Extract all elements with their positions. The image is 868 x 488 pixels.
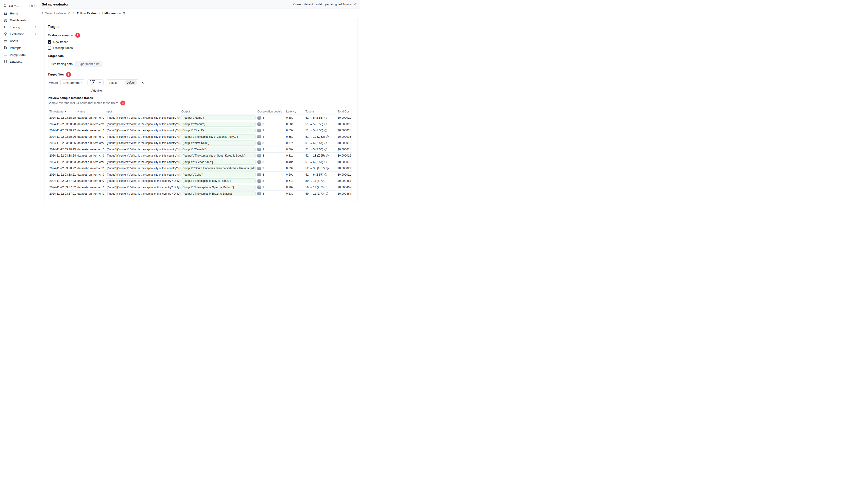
info-icon[interactable]	[326, 167, 329, 170]
table-row[interactable]: 2024-11-22 03:37:03 dataset-run-item-cm3…	[48, 178, 351, 184]
observation-level-icon: i	[257, 160, 261, 164]
col-header-output[interactable]: Output	[180, 110, 256, 113]
sidebar-item-playground[interactable]: Playground	[0, 51, 40, 58]
cell-output[interactable]: {"output":"The capital of Spain is Madri…	[181, 185, 255, 190]
col-header-tokens[interactable]: Tokens	[304, 110, 336, 113]
cell-output[interactable]: {"output":"South Africa has three capita…	[181, 166, 255, 171]
cell-output[interactable]: {"output":"The capital of Brazil is Bras…	[181, 191, 255, 196]
info-icon[interactable]	[324, 129, 327, 132]
sidebar-item-dashboards[interactable]: Dashboards	[0, 17, 40, 24]
cell-name: dataset-run-item-cm3s4	[76, 116, 104, 119]
observation-count: 3	[262, 135, 264, 138]
chevron-down-icon	[99, 81, 101, 84]
cell-input[interactable]: {"input":[{"content":"What is the capita…	[105, 166, 180, 171]
cell-output[interactable]: {"output":"New Delhi"}	[181, 140, 255, 145]
table-row[interactable]: 2024-11-22 03:38:24 dataset-run-item-cm3…	[48, 153, 351, 159]
edit-pencil-icon[interactable]	[353, 2, 357, 6]
remove-filter-icon[interactable]: ✕	[141, 81, 144, 84]
table-row[interactable]: 2024-11-22 03:38:21 dataset-run-item-cm3…	[48, 172, 351, 178]
sidebar-item-tracing[interactable]: Tracing	[0, 24, 40, 31]
sidebar-item-datasets[interactable]: Datasets	[0, 58, 40, 65]
cell-output[interactable]: {"output":"The capital city of South Kor…	[181, 153, 255, 158]
sidebar-item-evaluation[interactable]: Evaluation	[0, 31, 40, 37]
cell-input[interactable]: {"input":[{"content":"What is the capita…	[105, 191, 180, 196]
col-header-total-cost[interactable]: Total Cost	[336, 110, 351, 113]
cell-input[interactable]: {"input":[{"content":"What is the capita…	[105, 122, 180, 127]
breadcrumb-step-1[interactable]: 1. Select Evaluator ✓	[42, 11, 70, 15]
info-icon[interactable]	[324, 160, 327, 163]
cell-tokens: 51 → 5 (Σ 56)	[305, 116, 323, 119]
table-row[interactable]: 2024-11-22 03:37:01 dataset-run-item-cm3…	[48, 191, 351, 197]
step-badge-2: 2	[66, 72, 71, 77]
tab-experiment-runs[interactable]: Experiment runs	[75, 61, 102, 67]
goto-search[interactable]: Go to... ⌘ K	[2, 3, 38, 8]
info-icon[interactable]	[324, 123, 327, 126]
filter-value-select[interactable]: Select default	[106, 79, 139, 86]
table-row[interactable]: 2024-11-22 03:38:28 dataset-run-item-cm3…	[48, 121, 351, 128]
chevron-down-icon	[118, 81, 121, 84]
info-icon[interactable]	[326, 186, 329, 189]
cell-input[interactable]: {"input":[{"content":"What is the capita…	[105, 185, 180, 190]
cell-input[interactable]: {"input":[{"content":"What is the capita…	[105, 147, 180, 152]
checkbox-checked-icon[interactable]	[48, 40, 51, 43]
cell-latency: 0.65s	[285, 135, 304, 138]
cell-output[interactable]: {"output":"Canada"}	[181, 147, 255, 152]
cell-output[interactable]: {"output":"The capital city of Japan is …	[181, 134, 255, 139]
table-row[interactable]: 2024-11-22 03:38:26 dataset-run-item-cm3…	[48, 134, 351, 140]
table-row[interactable]: 2024-11-22 03:37:02 dataset-run-item-cm3…	[48, 184, 351, 191]
cell-input[interactable]: {"input":[{"content":"What is the capita…	[105, 128, 180, 133]
breadcrumb-step-2[interactable]: 2. Run Evaluator: Hallucination	[77, 11, 126, 15]
cell-output[interactable]: {"output":"Brazil"}	[181, 128, 255, 133]
cell-input[interactable]: {"input":[{"content":"What is the capita…	[105, 178, 180, 184]
cell-output[interactable]: {"output":"Rome"}	[181, 115, 255, 120]
table-row[interactable]: 2024-11-22 03:38:25 dataset-run-item-cm3…	[48, 147, 351, 153]
cell-output[interactable]: {"output":"The capital of Italy is Rome.…	[181, 178, 255, 184]
col-header-timestamp[interactable]: Timestamp ▼	[48, 110, 76, 113]
col-header-input[interactable]: Input	[104, 110, 180, 113]
info-icon[interactable]	[324, 173, 327, 176]
cell-output[interactable]: {"output":"Cairo"}	[181, 172, 255, 177]
checkbox-unchecked-icon[interactable]	[48, 46, 51, 50]
info-icon[interactable]	[324, 117, 327, 119]
info-icon[interactable]	[326, 154, 329, 157]
col-header-observation-levels[interactable]: Observation Levels	[256, 110, 285, 113]
col-header-latency[interactable]: Latency	[285, 110, 304, 113]
cell-timestamp: 2024-11-22 03:38:22	[48, 167, 76, 170]
checkbox-new-traces[interactable]: New traces	[48, 40, 352, 43]
table-row[interactable]: 2024-11-22 03:38:28 dataset-run-item-cm3…	[48, 115, 351, 121]
info-icon[interactable]	[326, 135, 329, 138]
sidebar-item-prompts[interactable]: Prompts	[0, 44, 40, 51]
cell-input[interactable]: {"input":[{"content":"What is the capita…	[105, 115, 180, 120]
breadcrumb-step-2-label: 2. Run Evaluator: Hallucination	[77, 11, 121, 15]
info-icon[interactable]	[326, 180, 329, 183]
cell-tokens: 51 → 5 (Σ 56)	[305, 148, 323, 151]
cell-input[interactable]: {"input":[{"content":"What is the capita…	[105, 153, 180, 158]
sidebar-item-users[interactable]: Users	[0, 37, 40, 44]
cell-input[interactable]: {"input":[{"content":"What is the capita…	[105, 160, 180, 165]
filter-value-chip: default	[125, 80, 136, 85]
cell-input[interactable]: {"input":[{"content":"What is the capita…	[105, 140, 180, 145]
cell-input[interactable]: {"input":[{"content":"What is the capita…	[105, 172, 180, 177]
info-icon[interactable]	[324, 148, 327, 151]
observation-count: 3	[262, 173, 264, 176]
info-icon[interactable]	[326, 192, 329, 195]
sidebar-item-label: Datasets	[10, 60, 37, 63]
filter-operator-select[interactable]: any of	[88, 79, 103, 86]
add-filter-button[interactable]: + Add filter	[48, 88, 143, 93]
filter-column-select[interactable]: Environment	[60, 79, 85, 86]
sidebar-item-label: Dashboards	[10, 19, 37, 22]
table-row[interactable]: 2024-11-22 03:38:26 dataset-run-item-cm3…	[48, 140, 351, 147]
sidebar-item-home[interactable]: Home	[0, 10, 40, 17]
cell-input[interactable]: {"input":[{"content":"What is the capita…	[105, 134, 180, 139]
cell-output[interactable]: {"output":"Madrid"}	[181, 122, 255, 127]
checkbox-existing-traces[interactable]: Existing traces	[48, 46, 352, 50]
tab-live-tracing-data[interactable]: Live tracing data	[48, 61, 75, 67]
col-header-name[interactable]: Name	[76, 110, 104, 113]
cell-output[interactable]: {"output":"Buenos Aires"}	[181, 160, 255, 165]
table-row[interactable]: 2024-11-22 03:38:22 dataset-run-item-cm3…	[48, 165, 351, 172]
table-row[interactable]: 2024-11-22 03:38:23 dataset-run-item-cm3…	[48, 159, 351, 165]
observation-count: 3	[262, 167, 264, 170]
check-icon: ✓	[68, 11, 70, 15]
info-icon[interactable]	[324, 142, 327, 144]
table-row[interactable]: 2024-11-22 03:38:27 dataset-run-item-cm3…	[48, 127, 351, 134]
